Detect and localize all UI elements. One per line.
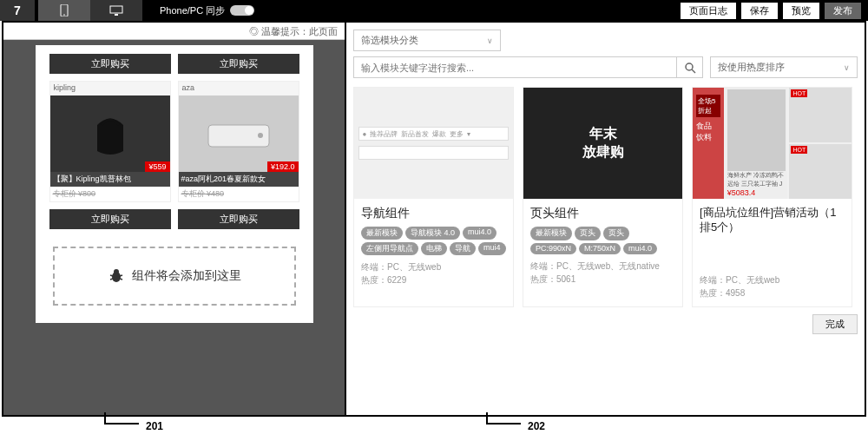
figure-label-right: 202 xyxy=(528,420,545,432)
app-logo: 7 xyxy=(0,0,35,21)
component-title: 导航组件 xyxy=(361,206,506,221)
chevron-down-icon: ∨ xyxy=(844,63,850,72)
device-tabs xyxy=(38,0,142,21)
svg-rect-3 xyxy=(115,14,118,16)
svg-line-11 xyxy=(120,279,122,280)
component-title: [商品坑位组件]营销活动（1排5个） xyxy=(700,206,845,235)
sync-toggle-group: Phone/PC 同步 xyxy=(160,4,254,17)
page-log-button[interactable]: 页面日志 xyxy=(681,3,736,19)
product-title: 【聚】Kipling凯普林包 xyxy=(50,172,170,187)
svg-line-9 xyxy=(120,275,122,276)
phone-tab[interactable] xyxy=(38,0,90,21)
product-brand: kipling xyxy=(50,82,170,95)
category-placeholder: 筛选模块分类 xyxy=(361,34,418,47)
preview-button[interactable]: 预览 xyxy=(783,3,819,19)
category-filter-select[interactable]: 筛选模块分类 ∨ xyxy=(353,30,501,51)
svg-point-1 xyxy=(63,14,65,16)
sort-select[interactable]: 按使用热度排序 ∨ xyxy=(710,56,858,78)
pc-tab[interactable] xyxy=(90,0,142,21)
product-card[interactable]: kipling ¥559 【聚】Kipling凯普林包 专柜价 ¥800 xyxy=(49,81,171,202)
component-grid: ●推荐品牌新品首发爆款更多▾ 导航组件 最新模块导航模块 4.0mui4.0左侧… xyxy=(353,87,858,307)
svg-line-10 xyxy=(110,279,113,280)
phone-icon xyxy=(60,4,69,16)
component-card-nav[interactable]: ●推荐品牌新品首发爆款更多▾ 导航组件 最新模块导航模块 4.0mui4.0左侧… xyxy=(353,87,514,307)
sync-label: Phone/PC 同步 xyxy=(160,4,225,17)
monitor-icon xyxy=(109,5,123,16)
product-brand: aza xyxy=(179,82,299,95)
svg-point-7 xyxy=(114,269,119,274)
svg-line-8 xyxy=(110,275,113,276)
component-card-promo[interactable]: 全场5折起 食品 饮料 海鲜水产 冷冻鸡鸭不迟给 三只装工字袖 J ¥5083.… xyxy=(692,87,852,307)
figure-label-left: 201 xyxy=(146,420,163,432)
component-thumbnail: 年末 放肆购 xyxy=(523,88,682,199)
main-area: ◎ 温馨提示：此页面 立即购买 立即购买 kipling ¥559 【聚】Kip… xyxy=(2,21,866,417)
svg-line-13 xyxy=(692,69,695,73)
component-card-header[interactable]: 年末 放肆购 页头组件 最新模块页头页头PC:990xNM:750xNmui4.… xyxy=(523,87,683,307)
drop-zone-text: 组件将会添加到这里 xyxy=(132,268,241,284)
price-tag: ¥192.0 xyxy=(267,161,299,172)
done-button[interactable]: 完成 xyxy=(812,314,858,334)
sync-toggle[interactable] xyxy=(230,5,254,16)
component-tags: 最新模块页头页头PC:990xNM:750xNmui4.0 xyxy=(530,227,675,254)
svg-point-12 xyxy=(686,63,693,70)
price-tag: ¥559 xyxy=(145,161,169,172)
component-title: 页头组件 xyxy=(530,206,675,221)
sort-label: 按使用热度排序 xyxy=(718,61,785,74)
component-meta-heat: 热度：4958 xyxy=(700,286,845,299)
product-card[interactable]: aza ¥192.0 #aza阿札201春夏新款女 专柜价 ¥480 xyxy=(178,81,299,202)
component-pane: 筛选模块分类 ∨ 按使用热度排序 ∨ ●推荐品牌新品首发爆款更多▾ xyxy=(346,23,865,415)
component-tags xyxy=(700,240,845,268)
search-button[interactable] xyxy=(676,57,702,77)
product-image: ¥192.0 xyxy=(179,95,299,172)
buy-button[interactable]: 立即购买 xyxy=(178,209,299,229)
component-meta-heat: 热度：5061 xyxy=(530,273,675,286)
save-button[interactable]: 保存 xyxy=(741,3,778,19)
bug-icon xyxy=(108,267,125,285)
component-drop-zone[interactable]: 组件将会添加到这里 xyxy=(53,247,296,306)
svg-point-5 xyxy=(258,133,263,138)
phone-preview: 立即购买 立即购买 kipling ¥559 【聚】Kipling凯普林包 专柜… xyxy=(36,45,313,323)
chevron-down-icon: ∨ xyxy=(487,36,493,45)
search-box xyxy=(353,56,703,78)
component-meta-heat: 热度：6229 xyxy=(361,273,506,286)
search-icon xyxy=(684,62,696,74)
component-meta-terminal: 终端：PC、无线web xyxy=(700,273,845,286)
buy-button[interactable]: 立即购买 xyxy=(49,209,171,229)
product-title: #aza阿札201春夏新款女 xyxy=(179,172,299,187)
buy-button[interactable]: 立即购买 xyxy=(49,54,171,74)
component-meta-terminal: 终端：PC、无线web、无线native xyxy=(530,260,675,273)
product-subprice: 专柜价 ¥480 xyxy=(179,187,299,201)
preview-pane: ◎ 温馨提示：此页面 立即购买 立即购买 kipling ¥559 【聚】Kip… xyxy=(3,23,346,415)
component-meta-terminal: 终端：PC、无线web xyxy=(361,260,506,273)
publish-button[interactable]: 发布 xyxy=(825,3,861,19)
svg-rect-2 xyxy=(110,6,122,13)
search-input[interactable] xyxy=(354,57,676,77)
top-bar: 7 Phone/PC 同步 页面日志 保存 预览 发布 xyxy=(0,0,868,21)
topbar-actions: 页面日志 保存 预览 发布 xyxy=(681,3,868,19)
buy-button[interactable]: 立即购买 xyxy=(178,54,299,74)
product-subprice: 专柜价 ¥800 xyxy=(50,187,170,201)
component-thumbnail: 全场5折起 食品 饮料 海鲜水产 冷冻鸡鸭不迟给 三只装工字袖 J ¥5083.… xyxy=(693,88,852,199)
product-image: ¥559 xyxy=(50,95,170,172)
component-thumbnail: ●推荐品牌新品首发爆款更多▾ xyxy=(354,88,513,199)
preview-notice: ◎ 温馨提示：此页面 xyxy=(3,23,345,40)
component-tags: 最新模块导航模块 4.0mui4.0左侧用导航点电梯导航mui4 xyxy=(361,227,506,255)
